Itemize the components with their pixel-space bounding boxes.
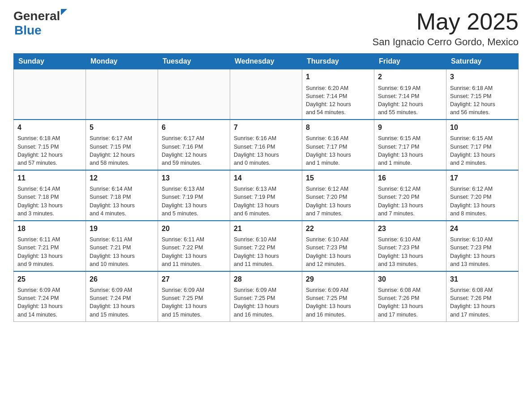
day-number: 13	[162, 173, 226, 183]
calendar-cell: 10Sunrise: 6:15 AM Sunset: 7:17 PM Dayli…	[446, 120, 519, 170]
calendar-cell: 19Sunrise: 6:11 AM Sunset: 7:21 PM Dayli…	[86, 221, 158, 271]
calendar-week-row: 11Sunrise: 6:14 AM Sunset: 7:18 PM Dayli…	[14, 170, 519, 221]
day-number: 24	[450, 224, 515, 234]
location-subtitle: San Ignacio Cerro Gordo, Mexico	[373, 36, 519, 48]
day-number: 14	[234, 173, 298, 183]
day-info: Sunrise: 6:14 AM Sunset: 7:18 PM Dayligh…	[90, 185, 154, 218]
day-number: 11	[17, 173, 82, 183]
calendar-cell: 27Sunrise: 6:09 AM Sunset: 7:25 PM Dayli…	[158, 271, 230, 321]
calendar-cell: 18Sunrise: 6:11 AM Sunset: 7:21 PM Dayli…	[14, 221, 86, 271]
day-number: 31	[450, 274, 515, 284]
logo-general: General	[13, 9, 60, 23]
day-number: 12	[90, 173, 154, 183]
day-info: Sunrise: 6:09 AM Sunset: 7:24 PM Dayligh…	[90, 286, 154, 319]
calendar-cell: 6Sunrise: 6:17 AM Sunset: 7:16 PM Daylig…	[158, 120, 230, 170]
day-number: 21	[234, 224, 298, 234]
day-number: 5	[90, 123, 154, 133]
month-year-title: May 2025	[373, 9, 519, 34]
calendar-cell	[230, 69, 302, 120]
day-info: Sunrise: 6:18 AM Sunset: 7:15 PM Dayligh…	[450, 84, 515, 117]
weekday-header: Wednesday	[230, 54, 302, 69]
calendar-cell: 2Sunrise: 6:19 AM Sunset: 7:14 PM Daylig…	[374, 69, 446, 120]
day-info: Sunrise: 6:10 AM Sunset: 7:23 PM Dayligh…	[450, 235, 515, 268]
title-block: May 2025 San Ignacio Cerro Gordo, Mexico	[373, 9, 519, 48]
calendar-cell: 26Sunrise: 6:09 AM Sunset: 7:24 PM Dayli…	[86, 271, 158, 321]
day-number: 3	[450, 72, 515, 82]
calendar-cell: 28Sunrise: 6:09 AM Sunset: 7:25 PM Dayli…	[230, 271, 302, 321]
day-info: Sunrise: 6:15 AM Sunset: 7:17 PM Dayligh…	[378, 134, 442, 167]
calendar-cell: 13Sunrise: 6:13 AM Sunset: 7:19 PM Dayli…	[158, 170, 230, 221]
day-number: 27	[162, 274, 226, 284]
calendar-cell: 5Sunrise: 6:17 AM Sunset: 7:15 PM Daylig…	[86, 120, 158, 170]
day-info: Sunrise: 6:09 AM Sunset: 7:24 PM Dayligh…	[17, 286, 82, 319]
calendar-cell: 15Sunrise: 6:12 AM Sunset: 7:20 PM Dayli…	[302, 170, 374, 221]
calendar-cell: 1Sunrise: 6:20 AM Sunset: 7:14 PM Daylig…	[302, 69, 374, 120]
day-number: 23	[378, 224, 442, 234]
day-info: Sunrise: 6:12 AM Sunset: 7:20 PM Dayligh…	[450, 185, 515, 218]
day-info: Sunrise: 6:13 AM Sunset: 7:19 PM Dayligh…	[234, 185, 298, 218]
day-info: Sunrise: 6:12 AM Sunset: 7:20 PM Dayligh…	[306, 185, 370, 218]
day-info: Sunrise: 6:17 AM Sunset: 7:16 PM Dayligh…	[162, 134, 226, 167]
calendar-cell	[158, 69, 230, 120]
calendar-week-row: 1Sunrise: 6:20 AM Sunset: 7:14 PM Daylig…	[14, 69, 519, 120]
calendar-cell: 16Sunrise: 6:12 AM Sunset: 7:20 PM Dayli…	[374, 170, 446, 221]
day-info: Sunrise: 6:10 AM Sunset: 7:23 PM Dayligh…	[306, 235, 370, 268]
day-info: Sunrise: 6:16 AM Sunset: 7:16 PM Dayligh…	[234, 134, 298, 167]
day-number: 19	[90, 224, 154, 234]
day-info: Sunrise: 6:09 AM Sunset: 7:25 PM Dayligh…	[162, 286, 226, 319]
day-info: Sunrise: 6:20 AM Sunset: 7:14 PM Dayligh…	[306, 84, 370, 117]
calendar-cell: 8Sunrise: 6:16 AM Sunset: 7:17 PM Daylig…	[302, 120, 374, 170]
day-number: 2	[378, 72, 442, 82]
day-info: Sunrise: 6:11 AM Sunset: 7:21 PM Dayligh…	[17, 235, 82, 268]
weekday-header: Saturday	[446, 54, 519, 69]
day-info: Sunrise: 6:09 AM Sunset: 7:25 PM Dayligh…	[234, 286, 298, 319]
day-number: 16	[378, 173, 442, 183]
calendar-cell: 21Sunrise: 6:10 AM Sunset: 7:22 PM Dayli…	[230, 221, 302, 271]
day-info: Sunrise: 6:13 AM Sunset: 7:19 PM Dayligh…	[162, 185, 226, 218]
calendar-week-row: 25Sunrise: 6:09 AM Sunset: 7:24 PM Dayli…	[14, 271, 519, 321]
day-number: 7	[234, 123, 298, 133]
day-info: Sunrise: 6:11 AM Sunset: 7:21 PM Dayligh…	[90, 235, 154, 268]
calendar-table: SundayMondayTuesdayWednesdayThursdayFrid…	[13, 53, 519, 321]
calendar-cell: 12Sunrise: 6:14 AM Sunset: 7:18 PM Dayli…	[86, 170, 158, 221]
calendar-cell	[14, 69, 86, 120]
calendar-cell: 31Sunrise: 6:08 AM Sunset: 7:26 PM Dayli…	[446, 271, 519, 321]
weekday-header: Sunday	[14, 54, 86, 69]
day-number: 9	[378, 123, 442, 133]
day-info: Sunrise: 6:14 AM Sunset: 7:18 PM Dayligh…	[17, 185, 82, 218]
calendar-week-row: 18Sunrise: 6:11 AM Sunset: 7:21 PM Dayli…	[14, 221, 519, 271]
day-number: 18	[17, 224, 82, 234]
calendar-cell	[86, 69, 158, 120]
calendar-cell: 23Sunrise: 6:10 AM Sunset: 7:23 PM Dayli…	[374, 221, 446, 271]
day-number: 8	[306, 123, 370, 133]
weekday-header-row: SundayMondayTuesdayWednesdayThursdayFrid…	[14, 54, 519, 69]
day-info: Sunrise: 6:08 AM Sunset: 7:26 PM Dayligh…	[378, 286, 442, 319]
page-header: General Blue May 2025 San Ignacio Cerro …	[13, 9, 519, 48]
day-number: 30	[378, 274, 442, 284]
weekday-header: Tuesday	[158, 54, 230, 69]
calendar-cell: 22Sunrise: 6:10 AM Sunset: 7:23 PM Dayli…	[302, 221, 374, 271]
day-number: 6	[162, 123, 226, 133]
day-info: Sunrise: 6:18 AM Sunset: 7:15 PM Dayligh…	[17, 134, 82, 167]
day-number: 25	[17, 274, 82, 284]
weekday-header: Friday	[374, 54, 446, 69]
day-number: 15	[306, 173, 370, 183]
day-number: 17	[450, 173, 515, 183]
day-info: Sunrise: 6:10 AM Sunset: 7:23 PM Dayligh…	[378, 235, 442, 268]
calendar-cell: 20Sunrise: 6:11 AM Sunset: 7:22 PM Dayli…	[158, 221, 230, 271]
day-number: 20	[162, 224, 226, 234]
day-info: Sunrise: 6:12 AM Sunset: 7:20 PM Dayligh…	[378, 185, 442, 218]
day-number: 10	[450, 123, 515, 133]
day-number: 28	[234, 274, 298, 284]
calendar-cell: 11Sunrise: 6:14 AM Sunset: 7:18 PM Dayli…	[14, 170, 86, 221]
weekday-header: Thursday	[302, 54, 374, 69]
calendar-week-row: 4Sunrise: 6:18 AM Sunset: 7:15 PM Daylig…	[14, 120, 519, 170]
calendar-cell: 7Sunrise: 6:16 AM Sunset: 7:16 PM Daylig…	[230, 120, 302, 170]
day-number: 26	[90, 274, 154, 284]
weekday-header: Monday	[86, 54, 158, 69]
calendar-cell: 30Sunrise: 6:08 AM Sunset: 7:26 PM Dayli…	[374, 271, 446, 321]
day-number: 4	[17, 123, 82, 133]
calendar-cell: 29Sunrise: 6:09 AM Sunset: 7:25 PM Dayli…	[302, 271, 374, 321]
day-info: Sunrise: 6:11 AM Sunset: 7:22 PM Dayligh…	[162, 235, 226, 268]
calendar-cell: 3Sunrise: 6:18 AM Sunset: 7:15 PM Daylig…	[446, 69, 519, 120]
